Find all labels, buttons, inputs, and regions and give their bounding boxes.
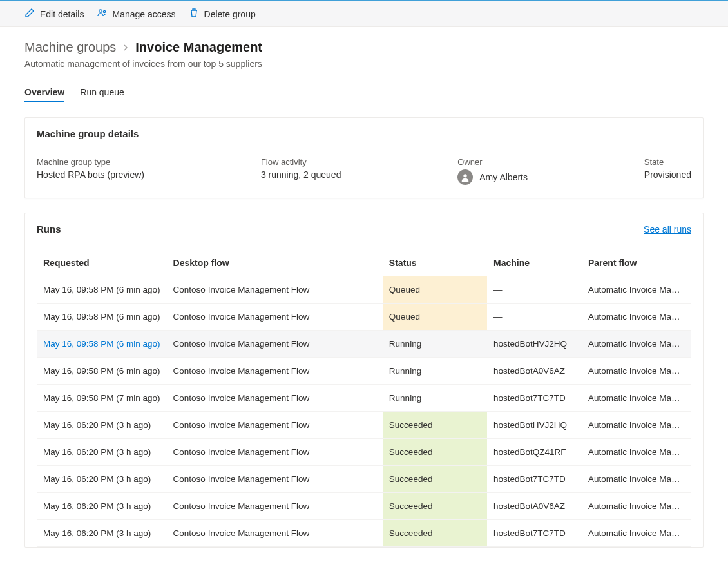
cell-flow: Contoso Invoice Management Flow [167, 304, 383, 331]
pencil-icon [24, 8, 35, 20]
cell-parent: Automatic Invoice Manage... [582, 493, 691, 520]
cell-machine: hostedBotQZ41RF [487, 439, 582, 466]
chevron-right-icon [122, 43, 129, 53]
cell-status: Queued [383, 304, 487, 331]
details-title: Machine group details [37, 128, 691, 139]
cell-requested: May 16, 09:58 PM (6 min ago) [37, 331, 167, 358]
table-row[interactable]: May 16, 06:20 PM (3 h ago)Contoso Invoic… [37, 520, 691, 547]
cell-requested: May 16, 09:58 PM (7 min ago) [37, 385, 167, 412]
cell-parent: Automatic Invoice Manage... [582, 358, 691, 385]
table-row[interactable]: May 16, 09:58 PM (6 min ago)Contoso Invo… [37, 331, 691, 358]
cell-flow: Contoso Invoice Management Flow [167, 466, 383, 493]
cell-requested: May 16, 06:20 PM (3 h ago) [37, 412, 167, 439]
tab-run-queue[interactable]: Run queue [80, 83, 124, 102]
cell-flow: Contoso Invoice Management Flow [167, 439, 383, 466]
cell-status: Running [383, 385, 487, 412]
cell-status: Succeeded [383, 412, 487, 439]
tab-overview[interactable]: Overview [24, 83, 64, 102]
toolbar: Edit details Manage access Delete group [0, 0, 728, 27]
table-row[interactable]: May 16, 09:58 PM (7 min ago)Contoso Invo… [37, 385, 691, 412]
table-row[interactable]: May 16, 09:58 PM (6 min ago)Contoso Invo… [37, 276, 691, 304]
state-value: Provisioned [644, 169, 691, 180]
col-machine[interactable]: Machine [487, 251, 582, 276]
cell-status: Succeeded [383, 466, 487, 493]
machine-group-details-card: Machine group details Machine group type… [24, 117, 704, 198]
activity-label: Flow activity [261, 157, 341, 167]
cell-status: Queued [383, 276, 487, 304]
cell-parent: Automatic Invoice Manage... [582, 466, 691, 493]
cell-flow: Contoso Invoice Management Flow [167, 412, 383, 439]
see-all-runs-link[interactable]: See all runs [644, 224, 691, 235]
page-description: Automatic management of invoices from ou… [24, 59, 704, 69]
svg-point-2 [464, 174, 467, 177]
cell-parent: Automatic Invoice Manage... [582, 304, 691, 331]
cell-parent: Automatic Invoice Manage... [582, 439, 691, 466]
runs-title: Runs [37, 224, 61, 235]
cell-parent: Automatic Invoice Manage... [582, 276, 691, 304]
runs-table: Requested Desktop flow Status Machine Pa… [37, 251, 691, 547]
cell-parent: Automatic Invoice Manage... [582, 385, 691, 412]
avatar [457, 169, 473, 185]
cell-machine: hostedBot7TC7TD [487, 466, 582, 493]
delete-group-button[interactable]: Delete group [189, 8, 256, 20]
cell-flow: Contoso Invoice Management Flow [167, 331, 383, 358]
runs-card: Runs See all runs Requested Desktop flow… [24, 213, 704, 548]
cell-machine: — [487, 276, 582, 304]
manage-label: Manage access [112, 9, 175, 19]
cell-machine: hostedBotHVJ2HQ [487, 412, 582, 439]
cell-flow: Contoso Invoice Management Flow [167, 276, 383, 304]
edit-details-button[interactable]: Edit details [24, 8, 84, 20]
cell-requested: May 16, 06:20 PM (3 h ago) [37, 493, 167, 520]
state-label: State [644, 157, 691, 167]
owner-value: Amy Alberts [479, 172, 528, 182]
cell-requested: May 16, 09:58 PM (6 min ago) [37, 276, 167, 304]
cell-requested: May 16, 06:20 PM (3 h ago) [37, 439, 167, 466]
cell-parent: Automatic Invoice Manage... [582, 412, 691, 439]
owner-label: Owner [457, 157, 528, 167]
breadcrumb-current: Invoice Management [135, 40, 262, 55]
col-requested[interactable]: Requested [37, 251, 167, 276]
cell-machine: — [487, 304, 582, 331]
edit-label: Edit details [40, 9, 84, 19]
people-icon [97, 8, 107, 20]
cell-machine: hostedBotA0V6AZ [487, 493, 582, 520]
cell-status: Running [383, 331, 487, 358]
cell-status: Succeeded [383, 439, 487, 466]
table-row[interactable]: May 16, 06:20 PM (3 h ago)Contoso Invoic… [37, 439, 691, 466]
svg-point-0 [99, 10, 102, 12]
cell-machine: hostedBotHVJ2HQ [487, 331, 582, 358]
table-row[interactable]: May 16, 09:58 PM (6 min ago)Contoso Invo… [37, 304, 691, 331]
cell-flow: Contoso Invoice Management Flow [167, 493, 383, 520]
cell-requested: May 16, 09:58 PM (6 min ago) [37, 304, 167, 331]
table-row[interactable]: May 16, 06:20 PM (3 h ago)Contoso Invoic… [37, 466, 691, 493]
table-row[interactable]: May 16, 09:58 PM (6 min ago)Contoso Invo… [37, 358, 691, 385]
cell-status: Running [383, 358, 487, 385]
col-parent[interactable]: Parent flow [582, 251, 691, 276]
cell-flow: Contoso Invoice Management Flow [167, 520, 383, 547]
delete-label: Delete group [204, 9, 256, 19]
detail-type: Machine group type Hosted RPA bots (prev… [37, 157, 144, 185]
table-row[interactable]: May 16, 06:20 PM (3 h ago)Contoso Invoic… [37, 493, 691, 520]
breadcrumb: Machine groups Invoice Management [24, 40, 704, 55]
table-row[interactable]: May 16, 06:20 PM (3 h ago)Contoso Invoic… [37, 412, 691, 439]
cell-requested: May 16, 06:20 PM (3 h ago) [37, 466, 167, 493]
cell-flow: Contoso Invoice Management Flow [167, 385, 383, 412]
activity-value: 3 running, 2 queued [261, 169, 341, 180]
breadcrumb-parent[interactable]: Machine groups [24, 40, 116, 55]
col-status[interactable]: Status [383, 251, 487, 276]
cell-parent: Automatic Invoice Manage... [582, 520, 691, 547]
cell-parent: Automatic Invoice Manage... [582, 331, 691, 358]
type-label: Machine group type [37, 157, 144, 167]
cell-machine: hostedBot7TC7TD [487, 520, 582, 547]
trash-icon [189, 8, 199, 20]
detail-owner: Owner Amy Alberts [457, 157, 528, 185]
col-flow[interactable]: Desktop flow [167, 251, 383, 276]
cell-requested: May 16, 09:58 PM (6 min ago) [37, 358, 167, 385]
detail-state: State Provisioned [644, 157, 691, 185]
type-value: Hosted RPA bots (preview) [37, 169, 144, 180]
cell-machine: hostedBotA0V6AZ [487, 358, 582, 385]
manage-access-button[interactable]: Manage access [97, 8, 175, 20]
cell-requested: May 16, 06:20 PM (3 h ago) [37, 520, 167, 547]
cell-status: Succeeded [383, 493, 487, 520]
cell-status: Succeeded [383, 520, 487, 547]
